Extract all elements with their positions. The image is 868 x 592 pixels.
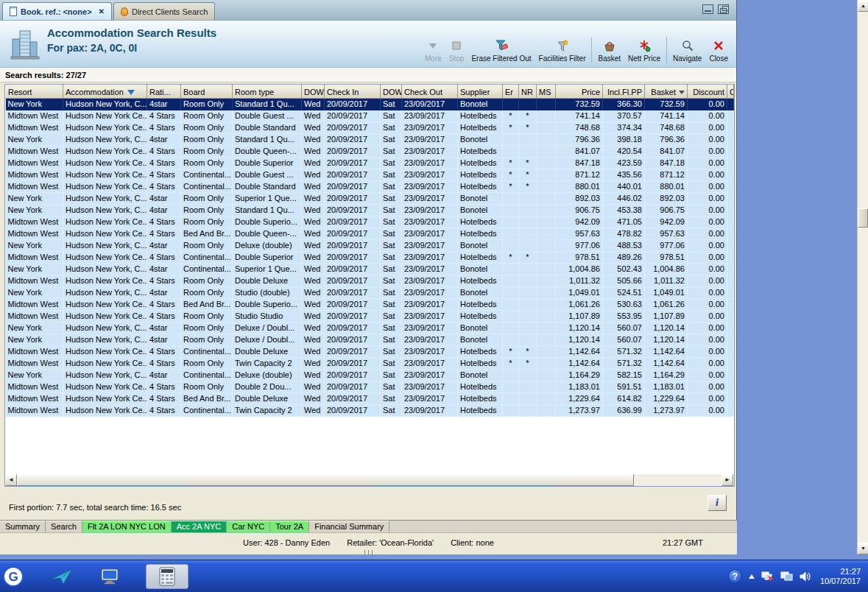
horizontal-scrollbar[interactable]: ◄ ► — [5, 474, 733, 486]
table-row[interactable]: Midtown WestHudson New York Ce...4 Stars… — [6, 346, 734, 358]
more-button[interactable]: More — [421, 38, 445, 63]
close-button[interactable]: Close — [705, 38, 732, 63]
help-icon[interactable]: ? — [728, 569, 742, 583]
bottom-tab-acc-2a-nyc[interactable]: Acc 2A NYC — [172, 521, 227, 532]
display-icon[interactable] — [780, 571, 793, 582]
scroll-down-icon[interactable]: ▼ — [858, 543, 868, 554]
tab-direct-clients-search[interactable]: Direct Clients Search — [113, 2, 215, 20]
column-header-nr[interactable]: NR — [519, 85, 537, 99]
desktop-scrollbar[interactable]: ▲ ▼ — [857, 0, 868, 554]
column-header-check-out[interactable]: Check Out — [402, 85, 458, 99]
column-header-supplier[interactable]: Supplier — [458, 85, 503, 99]
column-header-board[interactable]: Board — [181, 85, 233, 99]
table-row[interactable]: Midtown WestHudson New York Ce...4 Stars… — [6, 275, 734, 287]
table-row[interactable]: Midtown WestHudson New York Ce...4 Stars… — [6, 169, 734, 181]
column-header-room-type[interactable]: Room type — [233, 85, 302, 99]
scroll-up-icon[interactable]: ▲ — [858, 0, 868, 12]
minimize-button[interactable] — [702, 4, 713, 14]
column-header-dow[interactable]: DOW — [302, 85, 325, 99]
scroll-left-icon[interactable]: ◄ — [5, 474, 17, 486]
show-hidden-icons-arrow[interactable] — [749, 574, 755, 579]
table-cell: Hotelbeds — [458, 358, 503, 370]
table-cell: 553.95 — [603, 311, 645, 323]
table-cell: 796.36 — [645, 134, 688, 146]
column-header-accommodation[interactable]: Accommodation — [63, 85, 147, 99]
table-row[interactable]: Midtown WestHudson New York Ce...4 Stars… — [6, 158, 734, 169]
table-row[interactable]: Midtown WestHudson New York Ce...4 Stars… — [6, 181, 734, 193]
column-header-rati[interactable]: Rati... — [147, 85, 181, 99]
table-row[interactable]: Midtown WestHudson New York Ce...4 Stars… — [6, 122, 734, 134]
table-row[interactable]: New YorkHudson New York, C...4starContin… — [6, 264, 734, 275]
table-row[interactable]: New YorkHudson New York, C...4starContin… — [6, 370, 734, 381]
column-header-er[interactable]: Er — [503, 85, 519, 99]
table-row[interactable]: New YorkHudson New York, C...4starRoom O… — [6, 334, 734, 346]
tab-booking-ref[interactable]: Book. ref.: <none> ✕ — [2, 2, 112, 20]
table-cell: 1,004.86 — [645, 264, 688, 275]
info-button[interactable]: i — [708, 495, 727, 511]
stop-button[interactable]: Stop — [445, 38, 468, 63]
column-header-incl-fl-pp[interactable]: Incl.Fl.PP — [603, 85, 645, 99]
nett-price-button[interactable]: Nett Price — [624, 38, 664, 63]
column-header-dow[interactable]: DOW — [381, 85, 402, 99]
bottom-tab-search[interactable]: Search — [46, 521, 82, 532]
table-cell: Hotelbeds — [458, 275, 503, 287]
application-window: Book. ref.: <none> ✕ Direct Clients Sear… — [0, 0, 737, 554]
column-header-check-in[interactable]: Check In — [325, 85, 381, 99]
table-row[interactable]: Midtown WestHudson New York Ce...4 Stars… — [6, 405, 734, 417]
facilities-filter-button[interactable]: Facilities Filter — [535, 38, 590, 63]
close-tab-icon[interactable]: ✕ — [99, 7, 105, 15]
table-row[interactable]: Midtown WestHudson New York Ce...4 Stars… — [6, 358, 734, 370]
table-row[interactable]: Midtown WestHudson New York Ce...4 Stars… — [6, 146, 734, 158]
scrollbar-thumb[interactable] — [858, 208, 868, 228]
table-row[interactable]: New YorkHudson New York, C...4starRoom O… — [6, 205, 734, 216]
table-row[interactable]: New YorkHudson New York, C...4starRoom O… — [6, 193, 734, 205]
table-row[interactable]: Midtown WestHudson New York Ce...4 Stars… — [6, 381, 734, 393]
computer-icon[interactable] — [100, 568, 121, 585]
paper-plane-icon[interactable] — [50, 568, 74, 585]
column-header-discount[interactable]: Discount — [688, 85, 727, 99]
table-row[interactable]: Midtown WestHudson New York Ce...4 Stars… — [6, 228, 734, 240]
g-logo-icon[interactable]: G — [3, 566, 24, 587]
column-header-ms[interactable]: MS — [537, 85, 556, 99]
table-row[interactable]: Midtown WestHudson New York Ce...4 Stars… — [6, 311, 734, 323]
restore-button[interactable] — [718, 4, 729, 14]
column-header-label: Discount — [693, 88, 724, 96]
table-row[interactable]: Midtown WestHudson New York Ce...4 Stars… — [6, 110, 734, 122]
table-cell: Wed — [302, 264, 325, 275]
table-row[interactable]: New YorkHudson New York, C...4starRoom O… — [6, 240, 734, 252]
table-cell — [537, 146, 556, 158]
bottom-tab-tour-2a[interactable]: Tour 2A — [270, 521, 309, 532]
table-row[interactable]: Midtown WestHudson New York Ce...4 Stars… — [6, 252, 734, 264]
column-header-basket[interactable]: Basket — [645, 85, 688, 99]
table-cell: 4star — [147, 99, 181, 110]
table-row[interactable]: Midtown WestHudson New York Ce...4 Stars… — [6, 299, 734, 311]
column-header-c[interactable]: C — [727, 85, 734, 99]
filter-funnel-icon[interactable] — [127, 90, 135, 95]
scroll-right-icon[interactable]: ► — [721, 474, 733, 486]
sort-indicator-icon[interactable] — [679, 91, 685, 94]
table-row[interactable]: New YorkHudson New York, C...4starRoom O… — [6, 287, 734, 299]
bottom-tab-financial-summary[interactable]: Financial Summary — [309, 521, 389, 532]
table-row[interactable]: Midtown WestHudson New York Ce...4 Stars… — [6, 216, 734, 228]
erase-filtered-out-button[interactable]: Erase Filtered Out — [467, 38, 534, 63]
table-cell: 0.00 — [688, 381, 727, 393]
basket-button[interactable]: Basket — [594, 38, 624, 63]
network-disconnected-icon[interactable] — [761, 571, 774, 582]
table-row[interactable]: New YorkHudson New York, C...4starRoom O… — [6, 99, 734, 110]
table-row[interactable]: New YorkHudson New York, C...4starRoom O… — [6, 134, 734, 146]
column-header-resort[interactable]: Resort — [6, 85, 63, 99]
scrollbar-thumb[interactable] — [17, 474, 634, 486]
volume-icon[interactable] — [800, 571, 811, 582]
table-cell — [537, 358, 556, 370]
table-cell: 942.09 — [645, 216, 688, 228]
table-row[interactable]: Midtown WestHudson New York Ce...4 Stars… — [6, 393, 734, 405]
navigate-button[interactable]: Navigate — [669, 38, 705, 63]
resize-grip[interactable] — [0, 548, 737, 554]
bottom-tab-summary[interactable]: Summary — [0, 521, 46, 532]
bottom-tab-car-nyc[interactable]: Car NYC — [227, 521, 270, 532]
column-header-price[interactable]: Price — [556, 85, 603, 99]
table-cell: Bonotel — [458, 323, 503, 334]
table-row[interactable]: New YorkHudson New York, C...4starRoom O… — [6, 323, 734, 334]
bottom-tab-flt-2a-lon-nyc-lon[interactable]: Flt 2A LON NYC LON — [82, 521, 172, 532]
calculator-task-button[interactable] — [146, 564, 188, 589]
